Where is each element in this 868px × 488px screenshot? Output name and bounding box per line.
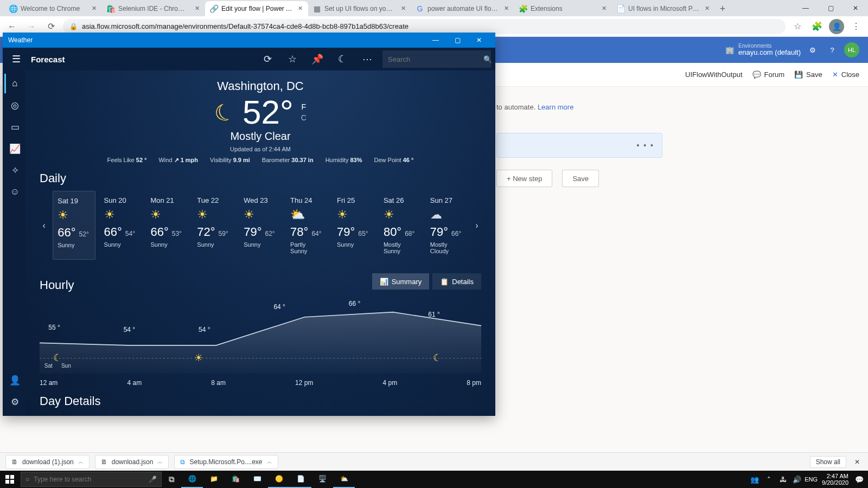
people-icon[interactable]: 👥 xyxy=(748,471,761,488)
close-icon[interactable]: ✕ xyxy=(703,5,711,12)
download-item[interactable]: ⧉Setup.Microsoft.Po....exe︿ xyxy=(174,455,278,469)
hamburger-icon[interactable]: ☰ xyxy=(7,50,25,68)
chevron-up-icon[interactable]: ︿ xyxy=(78,458,84,466)
day-card[interactable]: Tue 22☀72°59°Sunny xyxy=(193,191,235,260)
taskbar-explorer[interactable]: 📁 xyxy=(203,471,225,488)
moon-icon[interactable]: ☾ xyxy=(333,49,352,69)
close-icon[interactable]: ✕ xyxy=(90,5,98,12)
chevron-up-icon[interactable]: ︿ xyxy=(267,458,272,466)
day-card[interactable]: Sat 26☀80°68°Mostly Sunny xyxy=(379,191,422,260)
tab-uiflows-docs[interactable]: 📄UI flows in Microsoft Power Auto✕ xyxy=(612,1,715,16)
environment-value[interactable]: enayu.com (default) xyxy=(738,49,801,56)
more-icon[interactable]: • • • xyxy=(637,141,654,150)
learn-more-link[interactable]: Learn more xyxy=(538,103,573,111)
user-avatar[interactable]: HL xyxy=(844,42,859,57)
profile-avatar[interactable]: 👤 xyxy=(829,19,844,34)
hourly-summary-button[interactable]: 📊Summary xyxy=(372,273,430,290)
close-button[interactable]: ✕ xyxy=(843,0,868,16)
taskbar-chrome[interactable]: 🟡 xyxy=(268,471,290,488)
favorite-icon[interactable]: ☆ xyxy=(283,49,302,69)
sidebar-account-icon[interactable]: 👤 xyxy=(4,370,24,390)
extensions-icon[interactable]: 🧩 xyxy=(809,19,825,34)
hourly-details-button[interactable]: 📋Details xyxy=(432,273,481,290)
taskbar-notepad[interactable]: 📄 xyxy=(290,471,311,488)
tab-uiflows-setup[interactable]: ▦Set up UI flows on your device✕ xyxy=(308,1,411,16)
more-icon[interactable]: ⋯ xyxy=(358,49,377,69)
start-button[interactable] xyxy=(0,471,20,488)
close-flow-button[interactable]: ✕Close xyxy=(832,70,859,79)
maximize-button[interactable]: ▢ xyxy=(818,0,843,16)
taskbar-store[interactable]: 🛍️ xyxy=(225,471,246,488)
daily-next-button[interactable]: › xyxy=(473,191,481,260)
taskbar-search-input[interactable] xyxy=(34,476,144,483)
mic-icon[interactable]: 🎤 xyxy=(149,476,157,483)
new-step-button[interactable]: + New step xyxy=(496,170,552,187)
close-button[interactable]: ✕ xyxy=(468,33,490,48)
close-icon[interactable]: ✕ xyxy=(296,5,304,12)
tab-powerautomate[interactable]: 🔗Edit your flow | Power Automate✕ xyxy=(205,1,308,16)
taskbar-weather[interactable]: ⛅ xyxy=(333,471,355,488)
pin-icon[interactable]: 📌 xyxy=(308,49,327,69)
day-card[interactable]: Fri 25☀79°65°Sunny xyxy=(333,191,375,260)
chevron-up-icon[interactable]: ︿ xyxy=(157,458,163,466)
minimize-button[interactable]: — xyxy=(425,33,446,48)
flow-name[interactable]: UIFlowWithOutput xyxy=(685,70,742,79)
day-card[interactable]: Sun 20☀66°54°Sunny xyxy=(100,191,142,260)
search-input[interactable] xyxy=(388,55,479,63)
download-item[interactable]: 🗎download.json︿ xyxy=(95,455,169,469)
tab-selenium[interactable]: 🛍️Selenium IDE - Chrome Web Sto✕ xyxy=(102,1,205,16)
environment-icon[interactable]: 🏢 xyxy=(725,46,734,54)
day-card[interactable]: Thu 24⛅78°64°Partly Sunny xyxy=(286,191,328,260)
forward-button[interactable]: → xyxy=(24,19,39,34)
maximize-button[interactable]: ▢ xyxy=(446,33,468,48)
daily-prev-button[interactable]: ‹ xyxy=(40,191,48,260)
back-button[interactable]: ← xyxy=(4,19,20,34)
download-item[interactable]: 🗎download (1).json︿ xyxy=(5,455,90,469)
sidebar-forecast-icon[interactable]: ⌂ xyxy=(4,74,24,93)
flow-step-card[interactable]: • • • xyxy=(496,133,662,158)
refresh-icon[interactable]: ⟳ xyxy=(258,49,277,69)
sidebar-news-icon[interactable]: ☺ xyxy=(4,182,24,202)
forum-button[interactable]: 💬Forum xyxy=(752,70,785,79)
hourly-chart[interactable]: 55 ° 54 ° 54 ° 64 ° 66 ° 61 ° xyxy=(40,300,481,387)
save-flow-button[interactable]: Save xyxy=(562,170,599,187)
reload-button[interactable]: ⟳ xyxy=(43,19,59,34)
volume-icon[interactable]: 🔊 xyxy=(790,471,803,488)
unit-celsius[interactable]: C xyxy=(301,113,307,122)
settings-icon[interactable]: ⚙ xyxy=(805,42,820,57)
day-card[interactable]: Sun 27☁79°66°Mostly Cloudy xyxy=(426,191,468,260)
action-center-icon[interactable]: 💬 xyxy=(853,471,866,488)
sidebar-settings-icon[interactable]: ⚙ xyxy=(4,392,24,412)
sidebar-maps-icon[interactable]: ◎ xyxy=(4,95,24,115)
day-card[interactable]: Sat 19☀66°52°Sunny xyxy=(53,191,95,260)
tab-google[interactable]: Gpower automate UI flow require✕ xyxy=(411,1,514,16)
menu-icon[interactable]: ⋮ xyxy=(848,19,864,34)
clock[interactable]: 2:47 AM9/20/2020 xyxy=(819,473,852,486)
bookmark-icon[interactable]: ☆ xyxy=(790,19,805,34)
new-tab-button[interactable]: + xyxy=(715,1,730,16)
taskbar-edge[interactable]: 🌐 xyxy=(181,471,203,488)
minimize-button[interactable]: — xyxy=(793,0,818,16)
taskbar-search[interactable]: ○🎤 xyxy=(21,472,162,487)
tab-extensions[interactable]: 🧩Extensions✕ xyxy=(514,1,612,16)
taskbar-mail[interactable]: ✉️ xyxy=(246,471,268,488)
save-button[interactable]: 💾Save xyxy=(794,70,822,79)
help-icon[interactable]: ? xyxy=(825,42,840,57)
close-icon[interactable]: ✕ xyxy=(399,5,407,12)
network-icon[interactable]: 🖧 xyxy=(776,471,789,488)
close-icon[interactable]: ✕ xyxy=(193,5,201,12)
unit-fahrenheit[interactable]: F xyxy=(301,102,307,111)
taskbar-rdp[interactable]: 🖥️ xyxy=(311,471,333,488)
close-icon[interactable]: ✕ xyxy=(502,5,510,12)
sidebar-favorites-icon[interactable]: ✧ xyxy=(4,160,24,180)
close-icon[interactable]: ✕ xyxy=(600,5,608,12)
url-field[interactable]: 🔒 asia.flow.microsoft.com/manage/environ… xyxy=(63,19,786,34)
tab-welcome[interactable]: 🌐Welcome to Chrome✕ xyxy=(4,1,102,16)
search-icon[interactable]: 🔍 xyxy=(483,55,492,63)
day-card[interactable]: Mon 21☀66°53°Sunny xyxy=(146,191,188,260)
sidebar-historical-icon[interactable]: ▭ xyxy=(4,117,24,137)
language-indicator[interactable]: ENG xyxy=(805,471,818,488)
search-box[interactable]: 🔍 xyxy=(382,50,491,68)
day-card[interactable]: Wed 23☀79°62°Sunny xyxy=(239,191,282,260)
tray-chevron-icon[interactable]: ˄ xyxy=(762,471,775,488)
